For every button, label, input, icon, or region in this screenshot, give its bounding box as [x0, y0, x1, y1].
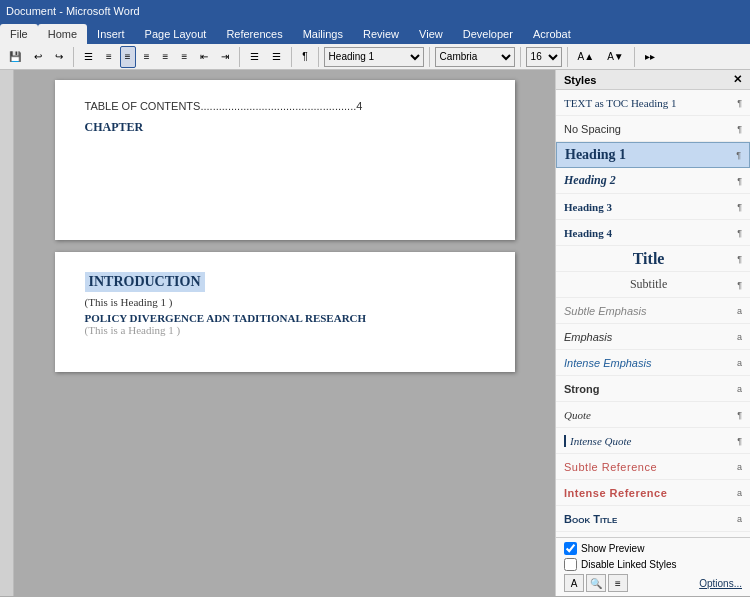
sep8 — [634, 47, 635, 67]
sep6 — [520, 47, 521, 67]
policy-heading: POLICY DIVERGENCE ADN TADITIONAL RESEARC… — [85, 312, 485, 324]
tab-developer[interactable]: Developer — [453, 24, 523, 44]
show-preview-label: Show Preview — [581, 543, 644, 554]
page-1: TABLE OF CONTENTS.......................… — [55, 80, 515, 240]
disable-linked-checkbox[interactable] — [564, 558, 577, 571]
new-style-btn[interactable]: A — [564, 574, 584, 592]
style-item-no-spacing[interactable]: No Spacing ¶ — [556, 116, 750, 142]
style-label-intense-emphasis: Intense Emphasis — [564, 357, 733, 369]
align-center-btn[interactable]: ≡ — [139, 46, 155, 68]
styles-bottom-btns: A 🔍 ≡ Options... — [564, 574, 742, 592]
chapter-heading: CHAPTER — [85, 120, 485, 135]
style-label-book-title: Book Title — [564, 513, 733, 525]
list-btn[interactable]: ☰ — [245, 46, 264, 68]
save-btn[interactable]: 💾 — [4, 46, 26, 68]
styles-btn-group: A 🔍 ≡ — [564, 574, 628, 592]
sep1 — [73, 47, 74, 67]
intro-sub: (This is Heading 1 ) — [85, 296, 485, 308]
tab-home[interactable]: Home — [38, 24, 87, 44]
align-left-btn[interactable]: ≡ — [120, 46, 136, 68]
main-layout: TABLE OF CONTENTS.......................… — [0, 70, 750, 596]
style-select[interactable]: Heading 1 — [324, 47, 424, 67]
style-item-toc-heading[interactable]: TEXT as TOC Heading 1 ¶ — [556, 90, 750, 116]
style-icon-emphasis: a — [737, 332, 742, 342]
tab-mailings[interactable]: Mailings — [293, 24, 353, 44]
document-area[interactable]: TABLE OF CONTENTS.......................… — [14, 70, 555, 596]
left-scrollbar[interactable] — [0, 70, 14, 596]
style-item-title[interactable]: Title ¶ — [556, 246, 750, 272]
intro-heading: INTRODUCTION — [85, 272, 205, 292]
style-icon-quote: ¶ — [737, 410, 742, 420]
style-label-intense-quote: Intense Quote — [564, 435, 733, 447]
style-item-intense-quote[interactable]: Intense Quote ¶ — [556, 428, 750, 454]
style-inspector-btn[interactable]: 🔍 — [586, 574, 606, 592]
style-item-subtle-ref[interactable]: Subtle Reference a — [556, 454, 750, 480]
style-icon-intense-ref: a — [737, 488, 742, 498]
more-btns[interactable]: ▸▸ — [640, 46, 660, 68]
sep3 — [291, 47, 292, 67]
align-right-btn[interactable]: ≡ — [158, 46, 174, 68]
disable-linked-row: Disable Linked Styles — [564, 558, 742, 571]
style-item-quote[interactable]: Quote ¶ — [556, 402, 750, 428]
manage-styles-btn[interactable]: ≡ — [608, 574, 628, 592]
style-label-heading2: Heading 2 — [564, 173, 733, 188]
options-link[interactable]: Options... — [699, 578, 742, 589]
style-icon-heading2: ¶ — [737, 176, 742, 186]
style-item-heading1[interactable]: Heading 1 ¶ — [556, 142, 750, 168]
style-item-strong[interactable]: Strong a — [556, 376, 750, 402]
format-btn2[interactable]: ≡ — [101, 46, 117, 68]
style-icon-subtitle: ¶ — [737, 280, 742, 290]
tab-acrobat[interactable]: Acrobat — [523, 24, 581, 44]
style-icon-strong: a — [737, 384, 742, 394]
ribbon-toolbar: 💾 ↩ ↪ ☰ ≡ ≡ ≡ ≡ ≡ ⇤ ⇥ ☰ ☰ ¶ Heading 1 Ca… — [0, 44, 750, 70]
toc-line: TABLE OF CONTENTS.......................… — [85, 100, 485, 112]
num-list-btn[interactable]: ☰ — [267, 46, 286, 68]
style-label-intense-ref: Intense Reference — [564, 487, 733, 499]
styles-close-icon[interactable]: ✕ — [733, 73, 742, 86]
style-item-subtitle[interactable]: Subtitle ¶ — [556, 272, 750, 298]
style-label-heading1: Heading 1 — [565, 147, 732, 163]
tab-review[interactable]: Review — [353, 24, 409, 44]
size-select[interactable]: 16 — [526, 47, 562, 67]
style-icon-book-title: a — [737, 514, 742, 524]
tab-references[interactable]: References — [216, 24, 292, 44]
tab-page-layout[interactable]: Page Layout — [135, 24, 217, 44]
style-icon-heading4: ¶ — [737, 228, 742, 238]
style-icon-intense-emphasis: a — [737, 358, 742, 368]
style-label-heading3: Heading 3 — [564, 201, 733, 213]
style-item-subtle-emphasis[interactable]: Subtle Emphasis a — [556, 298, 750, 324]
show-preview-row: Show Preview — [564, 542, 742, 555]
style-item-intense-emphasis[interactable]: Intense Emphasis a — [556, 350, 750, 376]
style-icon-title: ¶ — [737, 254, 742, 264]
style-item-book-title[interactable]: Book Title a — [556, 506, 750, 532]
sep2 — [239, 47, 240, 67]
style-icon-heading1: ¶ — [736, 150, 741, 160]
style-item-heading4[interactable]: Heading 4 ¶ — [556, 220, 750, 246]
style-item-heading2[interactable]: Heading 2 ¶ — [556, 168, 750, 194]
style-label-quote: Quote — [564, 409, 733, 421]
justify-btn[interactable]: ≡ — [176, 46, 192, 68]
indent-inc-btn[interactable]: ⇥ — [216, 46, 234, 68]
pilcrow-btn[interactable]: ¶ — [297, 46, 312, 68]
font-grow-btn[interactable]: A▲ — [573, 46, 600, 68]
style-icon-subtle-emphasis: a — [737, 306, 742, 316]
tab-file[interactable]: File — [0, 24, 38, 44]
style-label-subtle-ref: Subtle Reference — [564, 461, 733, 473]
format-btn1[interactable]: ☰ — [79, 46, 98, 68]
tab-view[interactable]: View — [409, 24, 453, 44]
disable-linked-label: Disable Linked Styles — [581, 559, 677, 570]
font-select[interactable]: Cambria — [435, 47, 515, 67]
undo-btn[interactable]: ↩ — [29, 46, 47, 68]
font-shrink-btn[interactable]: A▼ — [602, 46, 629, 68]
style-icon-heading3: ¶ — [737, 202, 742, 212]
indent-dec-btn[interactable]: ⇤ — [195, 46, 213, 68]
tab-insert[interactable]: Insert — [87, 24, 135, 44]
show-preview-checkbox[interactable] — [564, 542, 577, 555]
style-item-heading3[interactable]: Heading 3 ¶ — [556, 194, 750, 220]
redo-btn[interactable]: ↪ — [50, 46, 68, 68]
style-item-emphasis[interactable]: Emphasis a — [556, 324, 750, 350]
page-2: INTRODUCTION (This is Heading 1 ) POLICY… — [55, 252, 515, 372]
style-item-intense-ref[interactable]: Intense Reference a — [556, 480, 750, 506]
style-label-strong: Strong — [564, 383, 733, 395]
style-label-toc: TEXT as TOC Heading 1 — [564, 97, 733, 109]
